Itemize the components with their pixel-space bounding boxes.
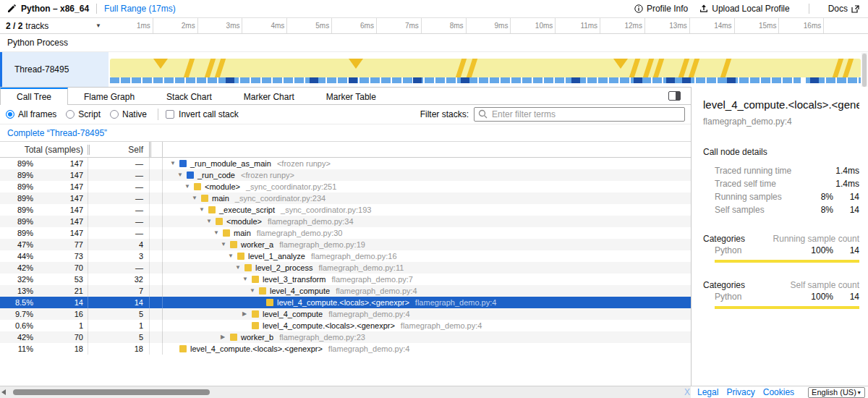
table-row[interactable]: 89%147—▼<module>_sync_coordinator.py:251 — [0, 181, 691, 192]
expand-arrow-icon[interactable]: ▶ — [221, 331, 230, 343]
marker-slash-icon[interactable] — [843, 59, 854, 77]
marker-slash-icon[interactable] — [678, 59, 689, 77]
collapse-arrow-icon[interactable]: ▼ — [199, 204, 208, 216]
radio-label[interactable]: All frames — [18, 109, 56, 119]
collapse-arrow-icon[interactable]: ▼ — [228, 250, 237, 262]
sample-dark-segment — [810, 77, 819, 83]
collapse-arrow-icon[interactable]: ▼ — [177, 169, 187, 181]
radio-label[interactable]: Native — [122, 109, 147, 119]
scrollbar-thumb[interactable] — [13, 389, 210, 395]
jank-marker-triangle-icon[interactable] — [349, 59, 363, 69]
scroll-left-arrow-icon[interactable] — [1, 389, 6, 395]
category-square-icon — [230, 241, 237, 248]
cell-gap — [149, 158, 162, 169]
tab-call-tree[interactable]: Call Tree — [0, 88, 68, 105]
collapse-arrow-icon[interactable]: ▼ — [235, 262, 244, 274]
table-row[interactable]: 32%5332▼level_3_transformflamegraph_demo… — [0, 274, 691, 285]
collapse-arrow-icon[interactable]: ▼ — [192, 192, 201, 204]
thread-activity-graph[interactable] — [110, 59, 861, 77]
breadcrumb[interactable]: Complete “Thread-78495” — [7, 128, 107, 138]
tab-flame-graph[interactable]: Flame Graph — [68, 88, 150, 104]
tracks-dropdown[interactable]: 2 / 2 tracks ▼ — [0, 18, 109, 33]
scrollbar-thumb[interactable] — [862, 54, 867, 87]
column-header-total[interactable]: Total (samples) — [0, 145, 88, 155]
profile-info-label: Profile Info — [647, 4, 688, 14]
table-row[interactable]: 9.7%165▶level_4_computeflamegraph_demo.p… — [0, 308, 691, 320]
sidebar-toggle-icon[interactable] — [668, 91, 681, 101]
table-row[interactable]: 89%147—▼<module>flamegraph_demo.py:34 — [0, 216, 691, 227]
table-row[interactable]: 89%147—▼_execute_script_sync_coordinator… — [0, 204, 691, 216]
marker-slash-icon[interactable] — [456, 59, 467, 77]
cell-total-percent: 89% — [0, 158, 35, 169]
footer-link-cookies[interactable]: Cookies — [763, 387, 794, 397]
function-name: _run_code — [197, 169, 235, 181]
file-location: flamegraph_demo.py:4 — [328, 343, 410, 355]
full-range-link[interactable]: Full Range (17ms) — [104, 4, 176, 14]
profile-info-button[interactable]: Profile Info — [634, 4, 688, 14]
footer-link-privacy[interactable]: Privacy — [726, 387, 754, 397]
table-row[interactable]: 44%733▼level_1_analyzeflamegraph_demo.py… — [0, 250, 691, 262]
table-row[interactable]: 13%217▼level_4_computeflamegraph_demo.py… — [0, 285, 691, 297]
horizontal-scrollbar[interactable] — [0, 386, 691, 398]
collapse-arrow-icon[interactable]: ▼ — [250, 285, 259, 297]
collapse-arrow-icon[interactable]: ▼ — [170, 158, 179, 169]
file-location: flamegraph_demo.py:30 — [257, 227, 343, 239]
collapse-arrow-icon[interactable]: ▼ — [184, 181, 194, 192]
collapse-arrow-icon[interactable]: ▼ — [206, 216, 216, 227]
marker-slash-icon[interactable] — [467, 59, 477, 77]
thread-track-label[interactable]: Thread-78495 — [2, 52, 109, 87]
marker-slash-icon[interactable] — [720, 59, 731, 77]
function-name: main — [212, 192, 229, 204]
upload-profile-button[interactable]: Upload Local Profile — [699, 4, 789, 14]
footer-close-button[interactable]: X — [684, 387, 690, 397]
table-row[interactable]: 47%774▼worker_aflamegraph_demo.py:19 — [0, 239, 691, 250]
marker-slash-icon[interactable] — [653, 59, 664, 77]
radio-script[interactable] — [66, 110, 75, 119]
column-header-self[interactable]: Self — [88, 145, 149, 155]
thread-track-row[interactable]: Thread-78495 — [0, 52, 868, 87]
chevron-down-icon: ▼ — [856, 390, 861, 395]
jank-marker-triangle-icon[interactable] — [153, 59, 168, 69]
invert-call-stack-checkbox[interactable] — [166, 110, 174, 119]
frame-filter-radios: All framesScriptNative — [6, 109, 156, 119]
table-row[interactable]: 89%147—▼_run_code<frozen runpy> — [0, 169, 691, 181]
radio-native[interactable] — [110, 110, 119, 119]
jank-marker-triangle-icon[interactable] — [613, 59, 628, 69]
thread-sample-strip[interactable] — [110, 77, 861, 83]
footer-link-legal[interactable]: Legal — [697, 387, 718, 397]
cell-self-samples: 5 — [88, 308, 149, 320]
docs-link[interactable]: Docs — [828, 4, 859, 14]
marker-slash-icon[interactable] — [643, 59, 654, 77]
table-row[interactable]: 8.5%1414level_4_compute.<locals>.<genexp… — [0, 297, 691, 308]
collapse-arrow-icon[interactable]: ▼ — [242, 274, 252, 285]
table-row[interactable]: 42%705▶worker_bflamegraph_demo.py:23 — [0, 331, 691, 343]
edit-pencil-icon[interactable] — [7, 4, 16, 13]
table-row[interactable]: 11%1818level_4_compute.<locals>.<genexpr… — [0, 343, 691, 355]
table-row[interactable]: 89%147—▼main_sync_coordinator.py:234 — [0, 192, 691, 204]
tab-marker-chart[interactable]: Marker Chart — [228, 88, 310, 104]
collapse-arrow-icon[interactable]: ▼ — [221, 239, 230, 250]
invert-call-stack-label[interactable]: Invert call stack — [179, 109, 239, 119]
expand-arrow-icon[interactable]: ▶ — [242, 308, 252, 320]
category-percent: 100% — [804, 292, 833, 302]
filter-stacks-input[interactable] — [474, 107, 685, 122]
category-square-icon — [259, 287, 266, 295]
marker-slash-icon[interactable] — [215, 59, 226, 77]
tab-marker-table[interactable]: Marker Table — [310, 88, 392, 104]
tab-stack-chart[interactable]: Stack Chart — [150, 88, 228, 104]
marker-slash-icon[interactable] — [689, 59, 699, 77]
collapse-arrow-icon[interactable]: ▼ — [213, 227, 223, 239]
marker-slash-icon[interactable] — [205, 59, 216, 77]
marker-slash-icon[interactable] — [184, 59, 195, 77]
marker-slash-icon[interactable] — [833, 59, 843, 77]
table-row[interactable]: 42%70—▼level_2_processflamegraph_demo.py… — [0, 262, 691, 274]
radio-all-frames[interactable] — [6, 110, 14, 119]
marker-slash-icon[interactable] — [629, 59, 640, 77]
cell-total-samples: 53 — [35, 274, 88, 285]
radio-label[interactable]: Script — [78, 109, 101, 119]
table-row[interactable]: 89%147—▼mainflamegraph_demo.py:30 — [0, 227, 691, 239]
language-select[interactable]: English (US) ▼ — [808, 387, 865, 398]
table-row[interactable]: 0.6%11level_4_compute.<locals>.<genexpr>… — [0, 320, 691, 331]
table-row[interactable]: 89%147—▼_run_module_as_main<frozen runpy… — [0, 158, 691, 169]
process-track-row[interactable]: Python Process — [0, 34, 868, 52]
